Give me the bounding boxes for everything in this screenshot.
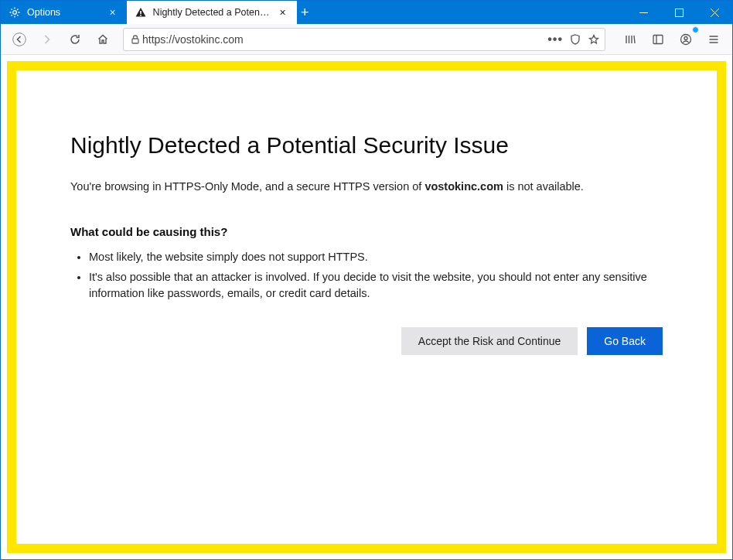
page-actions-icon[interactable]: ••• [547,32,563,46]
intro-text: You're browsing in HTTPS-Only Mode, and … [70,180,663,193]
warning-frame: Nightly Detected a Potential Security Is… [7,61,726,553]
close-tab-icon[interactable]: × [277,6,289,19]
maximize-button[interactable] [661,1,697,24]
tab-title: Nightly Detected a Potential Se [153,7,271,18]
cause-list: Most likely, the website simply does not… [70,249,663,301]
gear-icon [9,6,21,19]
svg-point-8 [684,36,687,39]
cause-heading: What could be causing this? [70,225,663,238]
url-bar[interactable]: ••• [123,28,605,51]
tab-options[interactable]: Options × [1,1,127,24]
menu-button[interactable] [701,27,726,52]
list-item: Most likely, the website simply does not… [89,249,663,265]
page-content: Nightly Detected a Potential Security Is… [1,55,732,559]
minimize-button[interactable] [626,1,661,24]
forward-button[interactable] [35,27,60,52]
svg-rect-1 [140,11,141,14]
nav-toolbar: ••• [1,24,732,55]
svg-rect-2 [140,15,141,16]
account-icon[interactable] [673,27,698,52]
close-window-button[interactable] [697,1,732,24]
reload-button[interactable] [63,27,87,52]
svg-rect-3 [675,9,683,16]
new-tab-button[interactable]: + [297,1,313,24]
back-button[interactable] [7,27,32,52]
go-back-button[interactable]: Go Back [587,327,663,355]
page-heading: Nightly Detected a Potential Security Is… [70,132,663,159]
lock-icon [128,34,142,45]
home-button[interactable] [90,27,115,52]
bookmark-star-icon[interactable] [588,33,600,46]
tab-title: Options [27,7,101,18]
list-item: It's also possible that an attacker is i… [89,269,663,301]
tab-warning[interactable]: Nightly Detected a Potential Se × [127,1,297,24]
svg-point-0 [13,11,17,15]
warning-icon [135,6,147,19]
svg-rect-5 [132,39,138,43]
svg-point-4 [13,32,26,46]
titlebar: Options × Nightly Detected a Potential S… [1,1,732,24]
svg-rect-6 [653,35,663,43]
close-tab-icon[interactable]: × [107,6,119,19]
library-icon[interactable] [618,27,643,52]
sidebar-icon[interactable] [646,27,670,52]
accept-risk-button[interactable]: Accept the Risk and Continue [401,327,578,355]
shield-icon[interactable] [569,33,581,46]
button-row: Accept the Risk and Continue Go Back [70,327,663,355]
tab-strip: Options × Nightly Detected a Potential S… [1,1,313,24]
url-input[interactable] [142,29,547,50]
